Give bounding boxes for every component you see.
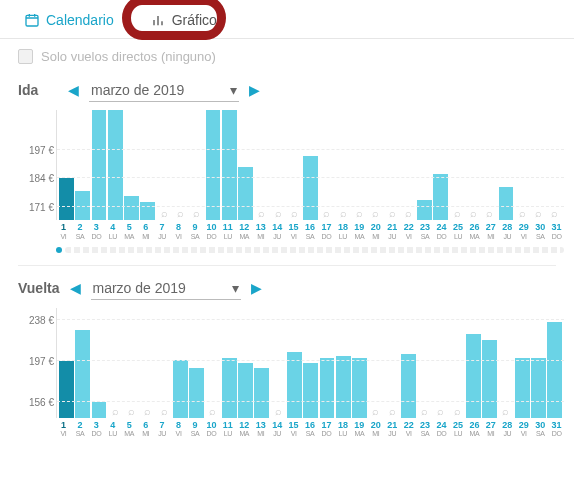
bar-slot[interactable] <box>222 110 237 220</box>
x-tick[interactable]: 11LU <box>220 421 235 439</box>
x-tick[interactable]: 28JU <box>500 421 515 439</box>
x-tick[interactable]: 24DO <box>434 223 449 241</box>
x-tick[interactable]: 16SA <box>303 223 318 241</box>
x-tick[interactable]: 9SA <box>188 421 203 439</box>
x-tick[interactable]: 7JU <box>155 223 170 241</box>
x-tick[interactable]: 1VI <box>56 421 71 439</box>
x-tick[interactable]: 14JU <box>270 223 285 241</box>
bar-slot[interactable]: ⌕ <box>401 110 416 220</box>
x-tick[interactable]: 6MI <box>138 421 153 439</box>
x-tick[interactable]: 24DO <box>434 421 449 439</box>
bar-slot[interactable]: ⌕ <box>385 110 400 220</box>
tab-chart[interactable]: Gráfico <box>144 8 223 32</box>
x-tick[interactable]: 2SA <box>72 223 87 241</box>
prev-month-button[interactable]: ◀ <box>70 280 81 296</box>
x-tick[interactable]: 4LU <box>105 223 120 241</box>
bar-slot[interactable]: ⌕ <box>450 110 465 220</box>
x-tick[interactable]: 9SA <box>188 223 203 241</box>
x-tick[interactable]: 11LU <box>220 223 235 241</box>
bar-slot[interactable] <box>108 110 123 220</box>
bar-slot[interactable] <box>140 110 155 220</box>
x-tick[interactable]: 12MA <box>237 223 252 241</box>
bar-slot[interactable]: ⌕ <box>157 110 172 220</box>
x-tick[interactable]: 8VI <box>171 421 186 439</box>
x-tick[interactable]: 10DO <box>204 223 219 241</box>
bar-slot[interactable] <box>59 110 74 220</box>
x-tick[interactable]: 31DO <box>549 421 564 439</box>
bar-slot[interactable] <box>75 110 90 220</box>
x-tick[interactable]: 27MI <box>483 421 498 439</box>
bar-slot[interactable]: ⌕ <box>531 110 546 220</box>
x-tick[interactable]: 15VI <box>286 223 301 241</box>
x-tick[interactable]: 13MI <box>253 223 268 241</box>
bar-slot[interactable] <box>417 110 432 220</box>
pagination-dots[interactable] <box>56 247 564 253</box>
x-tick[interactable]: 22VI <box>401 421 416 439</box>
x-tick[interactable]: 28JU <box>500 223 515 241</box>
x-tick[interactable]: 17DO <box>319 421 334 439</box>
x-tick[interactable]: 12MA <box>237 421 252 439</box>
bar-slot[interactable]: ⌕ <box>547 110 562 220</box>
bar-slot[interactable]: ⌕ <box>271 110 286 220</box>
x-tick[interactable]: 27MI <box>483 223 498 241</box>
bar-slot[interactable]: ⌕ <box>336 110 351 220</box>
next-month-button[interactable]: ▶ <box>251 280 262 296</box>
x-tick[interactable]: 30SA <box>533 421 548 439</box>
x-tick[interactable]: 19MA <box>352 223 367 241</box>
x-tick[interactable]: 22VI <box>401 223 416 241</box>
bar-slot[interactable] <box>238 110 253 220</box>
bar-slot[interactable] <box>303 110 318 220</box>
bar-slot[interactable] <box>499 110 514 220</box>
x-tick[interactable]: 21JU <box>385 421 400 439</box>
x-tick[interactable]: 18LU <box>335 421 350 439</box>
bar-slot[interactable]: ⌕ <box>482 110 497 220</box>
x-tick[interactable]: 2SA <box>72 421 87 439</box>
x-tick[interactable]: 4LU <box>105 421 120 439</box>
x-tick[interactable]: 15VI <box>286 421 301 439</box>
x-tick[interactable]: 25LU <box>451 223 466 241</box>
x-tick[interactable]: 31DO <box>549 223 564 241</box>
bar-slot[interactable]: ⌕ <box>254 110 269 220</box>
bar-slot[interactable]: ⌕ <box>320 110 335 220</box>
bar-slot[interactable] <box>92 110 107 220</box>
x-tick[interactable]: 1VI <box>56 223 71 241</box>
x-tick[interactable]: 19MA <box>352 421 367 439</box>
x-tick[interactable]: 26MA <box>467 421 482 439</box>
dot-active[interactable] <box>56 247 62 253</box>
x-tick[interactable]: 23SA <box>418 421 433 439</box>
bar-slot[interactable]: ⌕ <box>173 110 188 220</box>
bar-slot[interactable]: ⌕ <box>352 110 367 220</box>
x-tick[interactable]: 13MI <box>253 421 268 439</box>
x-tick[interactable]: 10DO <box>204 421 219 439</box>
x-tick[interactable]: 21JU <box>385 223 400 241</box>
x-tick[interactable]: 25LU <box>451 421 466 439</box>
x-tick[interactable]: 30SA <box>533 223 548 241</box>
bar-slot[interactable] <box>124 110 139 220</box>
x-tick[interactable]: 23SA <box>418 223 433 241</box>
x-tick[interactable]: 29VI <box>516 421 531 439</box>
x-tick[interactable]: 29VI <box>516 223 531 241</box>
x-tick[interactable]: 16SA <box>303 421 318 439</box>
direct-flights-checkbox[interactable] <box>18 49 33 64</box>
x-tick[interactable]: 3DO <box>89 421 104 439</box>
x-tick[interactable]: 20MI <box>368 223 383 241</box>
x-tick[interactable]: 17DO <box>319 223 334 241</box>
x-tick[interactable]: 18LU <box>335 223 350 241</box>
x-tick[interactable]: 26MA <box>467 223 482 241</box>
x-tick[interactable]: 8VI <box>171 223 186 241</box>
x-tick[interactable]: 7JU <box>155 421 170 439</box>
bar-slot[interactable]: ⌕ <box>287 110 302 220</box>
x-tick[interactable]: 5MA <box>122 223 137 241</box>
x-tick[interactable]: 20MI <box>368 421 383 439</box>
prev-month-button[interactable]: ◀ <box>68 82 79 98</box>
x-tick[interactable]: 5MA <box>122 421 137 439</box>
bar-slot[interactable]: ⌕ <box>368 110 383 220</box>
month-select[interactable]: marzo de 2019 ▾ <box>91 276 241 300</box>
next-month-button[interactable]: ▶ <box>249 82 260 98</box>
bar-slot[interactable] <box>206 110 221 220</box>
tab-calendar[interactable]: Calendario <box>18 8 120 32</box>
bar-slot[interactable] <box>433 110 448 220</box>
bar-slot[interactable]: ⌕ <box>515 110 530 220</box>
x-tick[interactable]: 14JU <box>270 421 285 439</box>
month-select[interactable]: marzo de 2019 ▾ <box>89 78 239 102</box>
